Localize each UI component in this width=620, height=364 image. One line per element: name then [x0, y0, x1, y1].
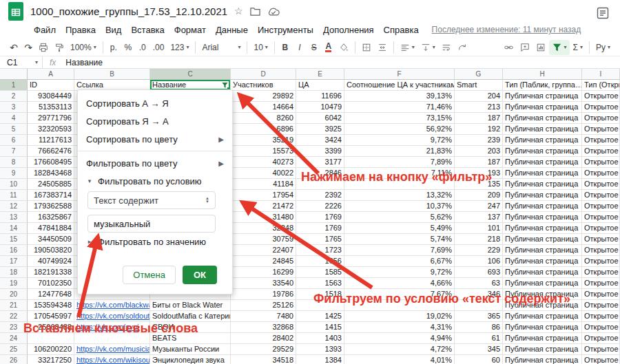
- cell-G14[interactable]: 101: [455, 223, 503, 234]
- column-header-I[interactable]: I: [582, 69, 620, 80]
- cell-G3[interactable]: 213: [455, 102, 503, 113]
- cell-F2[interactable]: 39,13%: [344, 91, 455, 102]
- cloud-status-icon[interactable]: [267, 7, 280, 16]
- cell-E6[interactable]: 3424: [296, 135, 344, 146]
- cell-F8[interactable]: 7,89%: [344, 157, 455, 168]
- column-header-F[interactable]: F: [344, 69, 455, 80]
- insert-link-button[interactable]: [501, 40, 517, 55]
- horizontal-align-button[interactable]: ▾: [397, 40, 417, 55]
- format-currency-button[interactable]: р.: [107, 40, 121, 55]
- row-header-8[interactable]: 8: [0, 157, 28, 168]
- cell-H10[interactable]: Публичная страница: [503, 179, 582, 190]
- increase-decimals-button[interactable]: .00: [150, 40, 167, 55]
- cell-G25[interactable]: 345: [455, 344, 503, 355]
- cell-A5[interactable]: 32320593: [28, 124, 74, 135]
- cell-I18[interactable]: Открытое: [582, 267, 620, 278]
- cell-D25[interactable]: 29529: [231, 344, 296, 355]
- menu-item-filter-by-condition[interactable]: ▾Фильтровать по условию: [78, 172, 232, 190]
- cell-E26[interactable]: 1384: [296, 355, 344, 364]
- cell-F5[interactable]: 56,92%: [344, 124, 455, 135]
- cell-D21[interactable]: 25126: [231, 300, 296, 311]
- cell-E18[interactable]: 1585: [296, 267, 344, 278]
- cell-F1[interactable]: Соотношение ЦА к участникам: [344, 80, 455, 91]
- row-header-6[interactable]: 6: [0, 135, 28, 146]
- cell-G11[interactable]: 209: [455, 190, 503, 201]
- merge-cells-button[interactable]: [375, 40, 390, 55]
- cell-F11[interactable]: 13,32%: [344, 190, 455, 201]
- insert-comment-button[interactable]: [517, 40, 533, 55]
- cell-D10[interactable]: 41184: [231, 179, 296, 190]
- row-header-15[interactable]: 15: [0, 234, 28, 245]
- row-header-17[interactable]: 17: [0, 256, 28, 267]
- move-folder-icon[interactable]: [250, 7, 260, 16]
- row-header-11[interactable]: 11: [0, 190, 28, 201]
- menu-data[interactable]: Данные: [211, 23, 253, 36]
- last-edit-link[interactable]: Последнее изменение: 11 минут назад: [432, 25, 581, 34]
- print-button[interactable]: [36, 40, 51, 55]
- cell-A22[interactable]: 170545997: [28, 311, 74, 322]
- row-header-12[interactable]: 12: [0, 201, 28, 212]
- activity-icon[interactable]: [597, 7, 609, 19]
- cell-A14[interactable]: 47841884: [28, 223, 74, 234]
- cell-D15[interactable]: 30759: [231, 234, 296, 245]
- cell-H18[interactable]: Публичная страница: [503, 267, 582, 278]
- cell-I17[interactable]: Открытое: [582, 256, 620, 267]
- cell-H2[interactable]: Публичная страница: [503, 91, 582, 102]
- cell-G6[interactable]: 239: [455, 135, 503, 146]
- cell-E13[interactable]: 1769: [296, 212, 344, 223]
- cell-I9[interactable]: Открытое: [582, 168, 620, 179]
- cell-H26[interactable]: Публичная страница: [503, 355, 582, 364]
- row-header-21[interactable]: 21: [0, 300, 28, 311]
- cell-D8[interactable]: 40273: [231, 157, 296, 168]
- cell-H25[interactable]: Публичная страница: [503, 344, 582, 355]
- cell-D14[interactable]: 32248: [231, 223, 296, 234]
- cell-B22[interactable]: https://vk.com/soldoutm: [74, 311, 150, 322]
- cell-D19[interactable]: 33540: [231, 278, 296, 289]
- cell-G7[interactable]: 203: [455, 146, 503, 157]
- cell-A13[interactable]: 16325867: [28, 212, 74, 223]
- row-header-2[interactable]: 2: [0, 91, 28, 102]
- cell-F22[interactable]: 19,02%: [344, 311, 455, 322]
- format-percent-button[interactable]: %: [121, 40, 135, 55]
- cell-A17[interactable]: 40749924: [28, 256, 74, 267]
- cell-E3[interactable]: 10479: [296, 102, 344, 113]
- cell-E17[interactable]: 1656: [296, 256, 344, 267]
- cell-G13[interactable]: 137: [455, 212, 503, 223]
- menu-item-sort-za[interactable]: Сортировать Я → А: [78, 112, 232, 130]
- document-title[interactable]: 1000_похожие_группы_17.53_12.10.2021: [30, 6, 227, 17]
- cell-D5[interactable]: 6896: [231, 124, 296, 135]
- column-header-C[interactable]: C: [150, 69, 231, 80]
- cell-E2[interactable]: 11696: [296, 91, 344, 102]
- row-header-19[interactable]: 19: [0, 278, 28, 289]
- undo-button[interactable]: ↶: [7, 40, 21, 55]
- menu-help[interactable]: Справка: [379, 23, 424, 36]
- column-header-D[interactable]: D: [231, 69, 296, 80]
- cell-G23[interactable]: 86: [455, 322, 503, 333]
- cell-I12[interactable]: Открытое: [582, 201, 620, 212]
- ok-button[interactable]: ОК: [183, 266, 217, 284]
- cell-A19[interactable]: 70102350: [28, 278, 74, 289]
- sheets-logo-icon[interactable]: [8, 2, 23, 21]
- menu-tools[interactable]: Инструменты: [253, 23, 318, 36]
- cell-E8[interactable]: 3177: [296, 157, 344, 168]
- cell-I21[interactable]: Открытое: [582, 300, 620, 311]
- cell-F18[interactable]: 9,72%: [344, 267, 455, 278]
- paint-format-button[interactable]: [52, 40, 67, 55]
- column-header-A[interactable]: A: [28, 69, 74, 80]
- cell-A26[interactable]: 33217250: [28, 355, 74, 364]
- menu-item-filter-by-color[interactable]: Фильтровать по цвету▶: [78, 154, 232, 172]
- cell-G17[interactable]: 106: [455, 256, 503, 267]
- cell-F24[interactable]: 4,94%: [344, 333, 455, 344]
- row-header-10[interactable]: 10: [0, 179, 28, 190]
- cell-D2[interactable]: 29892: [231, 91, 296, 102]
- italic-button[interactable]: I: [293, 40, 307, 55]
- row-header-14[interactable]: 14: [0, 223, 28, 234]
- cell-H14[interactable]: Публичная страница: [503, 223, 582, 234]
- text-rotation-button[interactable]: [455, 40, 470, 55]
- bold-button[interactable]: B: [278, 40, 292, 55]
- cell-G2[interactable]: 204: [455, 91, 503, 102]
- cell-E4[interactable]: 6042: [296, 113, 344, 124]
- cell-F16[interactable]: 7,69%: [344, 245, 455, 256]
- cell-H16[interactable]: Публичная страница: [503, 245, 582, 256]
- redo-button[interactable]: ↷: [21, 40, 35, 55]
